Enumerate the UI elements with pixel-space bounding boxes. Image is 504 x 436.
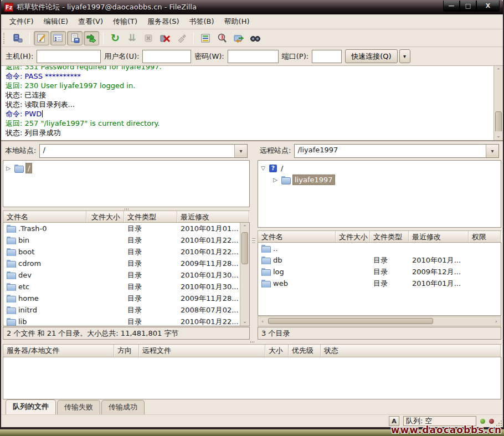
remote-tree-root[interactable]: / <box>279 163 285 173</box>
queue-column-direction[interactable]: 方向 <box>114 345 139 357</box>
username-input[interactable] <box>142 50 191 63</box>
scroll-up-icon[interactable]: ⌃ <box>494 66 503 75</box>
menu-item[interactable]: 编辑(E) <box>39 14 73 29</box>
column-header-type[interactable]: 文件类型 <box>370 231 409 242</box>
refresh-button[interactable]: ↻ <box>107 31 123 45</box>
queue-column-size[interactable]: 大小 <box>265 345 289 357</box>
titlebar[interactable]: Fz 稻草软件论坛 - liyafe1997@daocaobbs.cn - Fi… <box>1 0 503 14</box>
queue-list[interactable] <box>3 357 501 399</box>
sync-browse-button[interactable] <box>231 31 246 45</box>
process-queue-button[interactable]: ⇊ <box>124 31 140 45</box>
table-row[interactable]: dev 目录 2010年01月30... <box>3 269 240 281</box>
table-row[interactable]: initrd 目录 2008年07月02... <box>3 304 240 316</box>
scroll-up-icon[interactable]: ⌃ <box>240 223 249 232</box>
local-path-value[interactable]: / <box>40 145 234 157</box>
queue-tab[interactable]: 传输成功 <box>101 400 145 414</box>
table-row[interactable]: bin 目录 2010年01月22... <box>3 234 240 246</box>
port-input[interactable] <box>312 50 342 63</box>
remote-tree-item[interactable]: ▷ liyafe1997 <box>259 174 500 186</box>
local-tree-root[interactable]: / <box>25 163 32 173</box>
cancel-button[interactable] <box>141 31 156 45</box>
expander-icon[interactable]: ▷ <box>4 165 12 171</box>
table-row[interactable]: home 目录 2009年11月28... <box>3 293 240 304</box>
pane-splitter[interactable] <box>251 141 256 340</box>
toolbar-grip[interactable] <box>3 33 7 44</box>
queue-tab[interactable]: 传输失败 <box>57 400 100 414</box>
table-row[interactable]: .Trash-0 目录 2010年01月01... <box>3 223 240 234</box>
toggle-listing-button[interactable] <box>67 31 83 45</box>
maximize-button[interactable]: □ <box>460 1 476 12</box>
local-scroll-thumb[interactable] <box>241 232 248 264</box>
host-input[interactable] <box>37 50 101 63</box>
local-list-scrollbar[interactable]: ⌃ ⌄ <box>240 223 249 326</box>
compare-button[interactable] <box>214 31 230 45</box>
local-tree[interactable]: ▷ / <box>3 160 250 207</box>
disconnect-button[interactable] <box>157 31 173 45</box>
table-row[interactable]: db 目录 2010年01月... <box>258 254 501 266</box>
quickconnect-dropdown-button[interactable]: ▾ <box>399 49 410 63</box>
disconnect-icon <box>160 33 171 44</box>
remote-tree[interactable]: ▽ ? / ▷ liyafe1997 <box>258 160 501 228</box>
remote-hscroll-thumb[interactable] <box>268 318 433 324</box>
queue-column-server-local[interactable]: 服务器/本地文件 <box>3 345 114 357</box>
log-scrollbar[interactable]: ⌃ ⌄ <box>493 66 503 140</box>
table-row[interactable]: log 目录 2009年12月... <box>258 266 501 278</box>
column-header-modified[interactable]: 最近修改 <box>177 211 249 222</box>
column-header-type[interactable]: 文件类型 <box>124 211 177 222</box>
column-header-modified[interactable]: 最近修改 <box>409 231 469 242</box>
reconnect-button[interactable] <box>174 31 189 45</box>
expander-icon[interactable]: ▽ <box>259 165 267 171</box>
menu-item[interactable]: 帮助(H) <box>219 14 255 29</box>
toggle-log-button[interactable] <box>34 31 49 45</box>
column-header-name[interactable]: 文件名 <box>3 211 86 222</box>
remote-path-combo[interactable]: /liyafe1997 ▾ <box>294 144 499 158</box>
column-header-size[interactable]: 文件大小 <box>86 211 124 222</box>
filter-button[interactable] <box>198 31 213 45</box>
queue-column-remote-file[interactable]: 远程文件 <box>139 345 265 357</box>
table-row[interactable]: .. <box>258 243 501 254</box>
local-file-list[interactable]: .Trash-0 目录 2010年01月01... bin 目录 2010年01… <box>3 223 250 326</box>
toggle-queue-button[interactable] <box>84 31 99 45</box>
queue-tab[interactable]: 队列的文件 <box>6 399 56 414</box>
column-header-perms[interactable]: 权限 <box>469 231 501 242</box>
column-header-name[interactable]: 文件名 <box>258 231 336 242</box>
remote-tree-child[interactable]: liyafe1997 <box>292 175 335 185</box>
close-button[interactable]: X <box>476 1 500 12</box>
combo-arrow-icon[interactable]: ▾ <box>234 145 247 157</box>
table-row[interactable]: web 目录 2010年01月... <box>258 278 501 289</box>
folder-icon <box>261 245 270 252</box>
message-log[interactable]: 返回: 331 Password required for liyafe1997… <box>1 66 503 141</box>
combo-arrow-icon[interactable]: ▾ <box>486 145 498 157</box>
remote-tree-item[interactable]: ▽ ? / <box>259 162 500 174</box>
minimize-button[interactable]: — <box>443 1 460 12</box>
remote-file-list[interactable]: .. db 目录 2010年01月... log 目录 <box>258 243 501 316</box>
scroll-left-icon[interactable]: ‹ <box>258 317 267 326</box>
expander-icon[interactable]: ▷ <box>271 177 279 183</box>
local-tree-item[interactable]: ▷ / <box>4 162 248 174</box>
quickconnect-button[interactable]: 快速连接(Q) <box>345 49 397 63</box>
remote-hscrollbar[interactable]: ‹ › <box>258 316 501 326</box>
menu-item[interactable]: 查看(V) <box>73 14 108 29</box>
scroll-right-icon[interactable]: › <box>492 317 501 326</box>
queue-column-status[interactable]: 状态 <box>321 345 501 357</box>
queue-column-priority[interactable]: 优先级 <box>289 345 321 357</box>
local-path-combo[interactable]: / ▾ <box>39 144 248 158</box>
toggle-tree-button[interactable] <box>50 31 66 45</box>
column-header-size[interactable]: 文件大小 <box>336 231 370 242</box>
log-scroll-thumb[interactable] <box>495 111 502 132</box>
find-button[interactable] <box>248 31 263 45</box>
queue-splitter[interactable] <box>1 340 503 344</box>
password-input[interactable] <box>228 50 279 63</box>
site-manager-button[interactable] <box>10 31 25 45</box>
table-row[interactable]: boot 目录 2010年01月22... <box>3 246 240 258</box>
menu-item[interactable]: 书签(B) <box>184 14 219 29</box>
remote-path-value[interactable]: /liyafe1997 <box>295 145 486 157</box>
scroll-down-icon[interactable]: ⌄ <box>240 317 249 326</box>
menu-item[interactable]: 传输(T) <box>108 14 142 29</box>
table-row[interactable]: etc 目录 2010年01月30... <box>3 281 240 293</box>
scroll-down-icon[interactable]: ⌄ <box>494 131 503 140</box>
table-row[interactable]: cdrom 目录 2009年11月28... <box>3 258 240 269</box>
table-row[interactable]: lib 目录 2010年01月22... <box>3 316 240 326</box>
menu-item[interactable]: 服务器(S) <box>142 14 184 29</box>
menu-item[interactable]: 文件(F) <box>4 14 39 29</box>
